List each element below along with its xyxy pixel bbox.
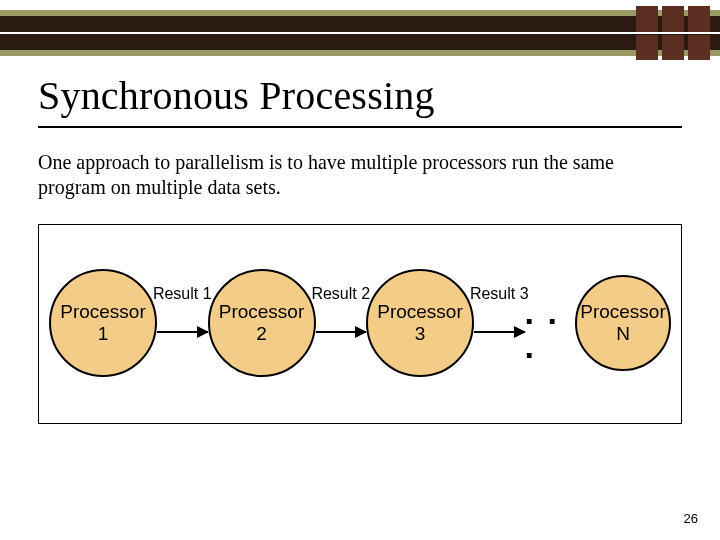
processor-node-2: Processor 2 — [208, 269, 316, 377]
pipeline-diagram: Processor 1 Result 1 Processor 2 Result … — [38, 224, 682, 424]
ornament-col — [636, 6, 658, 60]
ornament-square — [662, 35, 684, 61]
page-number: 26 — [684, 511, 698, 526]
header-bar — [0, 0, 720, 64]
slide: Synchronous Processing One approach to p… — [0, 0, 720, 540]
result-label: Result 3 — [469, 285, 530, 303]
result-link-3: Result 3 — [474, 269, 525, 377]
header-divider-line — [0, 32, 720, 34]
arrow-icon — [157, 331, 208, 333]
ornament-square — [688, 35, 710, 61]
result-link-1: Result 1 — [157, 269, 208, 377]
processor-node-1: Processor 1 — [49, 269, 157, 377]
processor-number: 2 — [256, 323, 267, 345]
result-label: Result 1 — [152, 285, 213, 303]
ornament-square — [662, 6, 684, 32]
title-underline — [38, 126, 682, 128]
pipeline-row: Processor 1 Result 1 Processor 2 Result … — [49, 263, 671, 383]
arrow-icon — [474, 331, 525, 333]
slide-title: Synchronous Processing — [38, 74, 682, 124]
processor-node-3: Processor 3 — [366, 269, 474, 377]
processor-label: Processor — [580, 301, 666, 323]
ornament-square — [636, 6, 658, 32]
processor-label: Processor — [219, 301, 305, 323]
ellipsis-gap: . . . — [525, 269, 576, 377]
ellipsis-icon: . . . — [525, 295, 576, 363]
ornament-col — [688, 6, 710, 60]
processor-number: N — [616, 323, 630, 345]
ornament-square — [636, 35, 658, 61]
ornament-square — [688, 6, 710, 32]
result-link-2: Result 2 — [316, 269, 367, 377]
ellipsis-text: . . . — [525, 293, 559, 365]
result-label: Result 2 — [310, 285, 371, 303]
slide-body-text: One approach to parallelism is to have m… — [38, 150, 660, 200]
processor-label: Processor — [60, 301, 146, 323]
processor-number: 1 — [98, 323, 109, 345]
title-block: Synchronous Processing — [38, 74, 682, 128]
processor-node-n: Processor N — [575, 275, 671, 371]
processor-label: Processor — [377, 301, 463, 323]
arrow-icon — [316, 331, 367, 333]
ornament-col — [662, 6, 684, 60]
header-corner-ornament — [636, 6, 710, 60]
processor-number: 3 — [415, 323, 426, 345]
